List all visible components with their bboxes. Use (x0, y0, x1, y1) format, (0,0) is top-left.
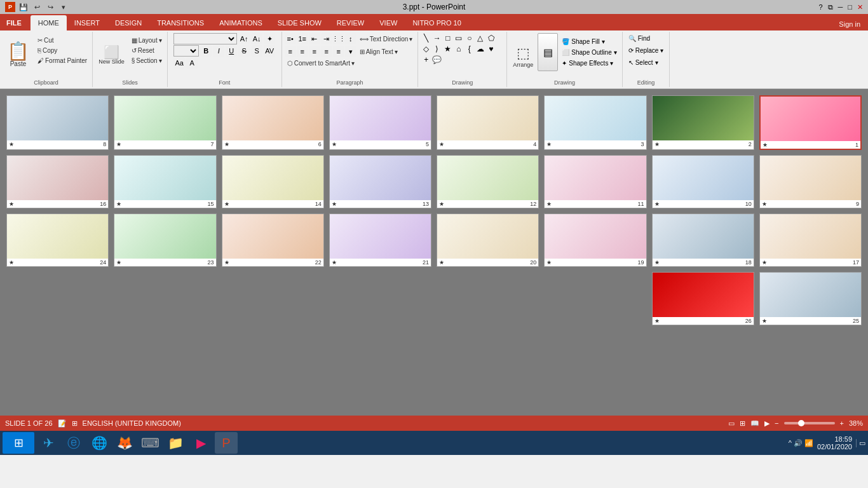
font-color-button[interactable]: A (186, 57, 198, 69)
layout-button[interactable]: ▦ Layout▾ (129, 36, 165, 45)
shape-chevron[interactable]: ⟩ (432, 44, 442, 54)
slide-star-2[interactable]: ★ (654, 141, 660, 147)
tab-file[interactable]: FILE (0, 15, 28, 30)
shape-effects-button[interactable]: ✦ Shape Effects▾ (559, 58, 619, 68)
strikethrough-button[interactable]: S (238, 45, 250, 57)
select-button[interactable]: ↖ Select▾ (625, 57, 667, 68)
slide-thumb-14[interactable]: ★14 (222, 155, 324, 208)
clear-format-button[interactable]: ✦ (264, 33, 275, 44)
slide-star-26[interactable]: ★ (654, 318, 660, 324)
increase-indent-button[interactable]: ⇥ (321, 33, 332, 44)
shape-rect[interactable]: □ (443, 33, 453, 43)
normal-view-button[interactable]: ▭ (728, 419, 735, 428)
undo-button[interactable]: ↩ (31, 1, 43, 13)
slide-thumb-19[interactable]: ★19 (544, 214, 646, 267)
slide-thumb-7[interactable]: ★7 (114, 95, 216, 150)
shape-heart[interactable]: ♥ (486, 44, 496, 54)
decrease-indent-button[interactable]: ⇤ (309, 33, 320, 44)
convert-smartart-button[interactable]: ⬡ Convert to SmartArt▾ (285, 58, 357, 68)
slide-thumb-4[interactable]: ★4 (437, 95, 539, 150)
tab-animations[interactable]: ANIMATIONS (212, 15, 270, 30)
slide-view-icon[interactable]: ⊞ (72, 419, 78, 428)
start-button[interactable]: ⊞ (3, 432, 34, 454)
align-center-button[interactable]: ≡ (297, 46, 308, 57)
taskbar-icon-explorer[interactable]: 📁 (164, 432, 187, 454)
new-slide-button[interactable]: ⬜ New Slide (95, 44, 128, 67)
text-direction-button[interactable]: ⟺ Text Direction▾ (357, 34, 416, 44)
help-button[interactable]: ? (818, 3, 822, 11)
slide-thumb-6[interactable]: ★6 (222, 95, 324, 150)
slide-thumb-25[interactable]: ★25 (759, 272, 862, 325)
tab-review[interactable]: REVIEW (329, 15, 372, 30)
slide-thumb-8[interactable]: ★8 (6, 95, 109, 150)
slideshow-button[interactable]: ▶ (764, 419, 770, 428)
underline-button[interactable]: U (226, 45, 237, 57)
slide-star-21[interactable]: ★ (332, 259, 337, 266)
paste-button[interactable]: 📋 Paste (3, 39, 34, 71)
justify-button[interactable]: ≡ (321, 46, 332, 57)
customize-qat-button[interactable]: ▾ (58, 1, 69, 13)
slide-star-16[interactable]: ★ (9, 201, 14, 207)
shape-plus[interactable]: + (421, 55, 431, 65)
zoom-slider[interactable] (784, 422, 835, 424)
slide-thumb-16[interactable]: ★16 (6, 155, 109, 208)
slide-star-19[interactable]: ★ (546, 259, 552, 266)
decrease-font-button[interactable]: A↓ (251, 33, 262, 44)
slide-star-9[interactable]: ★ (762, 201, 767, 207)
zoom-out-button[interactable]: − (775, 419, 778, 427)
slide-thumb-3[interactable]: ★3 (544, 95, 646, 150)
slide-thumb-11[interactable]: ★11 (544, 155, 646, 208)
line-spacing-button[interactable]: ↕ (345, 33, 356, 44)
slide-star-10[interactable]: ★ (654, 201, 660, 207)
slide-thumb-15[interactable]: ★15 (114, 155, 216, 208)
shape-triangle[interactable]: △ (475, 33, 485, 43)
sign-in-button[interactable]: Sign in (831, 18, 868, 30)
slide-star-17[interactable]: ★ (762, 259, 767, 266)
slide-star-8[interactable]: ★ (9, 141, 14, 147)
save-button[interactable]: 💾 (18, 1, 29, 13)
shape-oval[interactable]: ○ (465, 33, 475, 43)
slide-star-23[interactable]: ★ (116, 259, 121, 266)
slide-star-18[interactable]: ★ (654, 259, 660, 266)
reset-button[interactable]: ↺ Reset (129, 46, 165, 55)
shape-line[interactable]: ╲ (421, 33, 431, 43)
slide-sorter-button[interactable]: ⊞ (740, 419, 745, 428)
quick-styles-button[interactable]: ▤ (538, 33, 558, 71)
taskbar-icon-browser[interactable]: 🌐 (88, 432, 111, 454)
bullets-button[interactable]: ≡• (285, 33, 296, 44)
slide-star-1[interactable]: ★ (763, 142, 768, 148)
slide-thumb-12[interactable]: ★12 (437, 155, 539, 208)
slide-thumb-1[interactable]: ★1 (759, 95, 862, 150)
slide-star-13[interactable]: ★ (332, 201, 337, 207)
slide-star-24[interactable]: ★ (9, 259, 14, 266)
cut-button[interactable]: ✂ Cut (35, 36, 90, 45)
arrange-button[interactable]: ⬚ Arrange (510, 43, 536, 70)
slide-thumb-20[interactable]: ★20 (437, 214, 539, 267)
minimize-button[interactable]: ─ (838, 3, 843, 11)
slide-star-15[interactable]: ★ (116, 201, 121, 207)
tab-nitro[interactable]: NITRO PRO 10 (405, 15, 468, 30)
replace-button[interactable]: ⟳ Replace▾ (625, 45, 667, 56)
justify-low-button[interactable]: ≡ (333, 46, 344, 57)
close-button[interactable]: ✕ (857, 3, 863, 11)
taskbar-icon-ie[interactable]: ⓔ (62, 432, 85, 454)
align-left-button[interactable]: ≡ (285, 46, 296, 57)
slide-thumb-18[interactable]: ★18 (652, 214, 754, 267)
shape-cloud[interactable]: ☁ (475, 44, 485, 54)
slide-star-20[interactable]: ★ (439, 259, 444, 266)
tab-design[interactable]: DESIGN (107, 15, 149, 30)
notes-icon[interactable]: 📝 (58, 419, 67, 428)
section-button[interactable]: § Section▾ (129, 56, 165, 65)
slide-thumb-13[interactable]: ★13 (329, 155, 431, 208)
redo-button[interactable]: ↪ (44, 1, 56, 13)
slide-star-12[interactable]: ★ (439, 201, 444, 207)
change-case-button[interactable]: Aa (173, 57, 185, 69)
slide-star-3[interactable]: ★ (546, 141, 552, 147)
columns-button[interactable]: ⋮⋮ (333, 33, 344, 44)
taskbar-icon-keyboard[interactable]: ⌨ (139, 432, 161, 454)
taskbar-icon-telegram[interactable]: ✈ (37, 432, 60, 454)
shape-arrow[interactable]: → (432, 33, 442, 43)
increase-font-button[interactable]: A↑ (238, 33, 250, 44)
shape-callout[interactable]: 💬 (432, 55, 442, 65)
slide-thumb-21[interactable]: ★21 (329, 214, 431, 267)
